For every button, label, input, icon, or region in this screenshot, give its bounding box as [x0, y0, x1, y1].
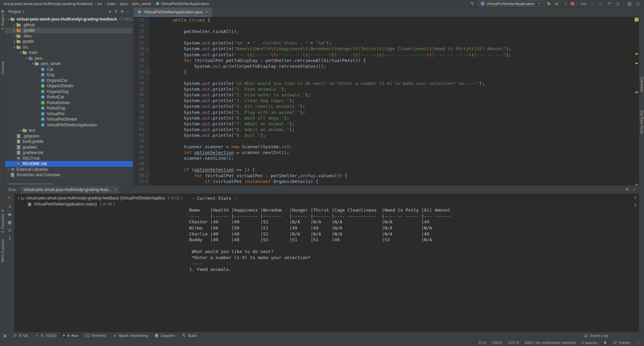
aws-credentials[interactable]: AWS: No credentials selected	[525, 341, 576, 345]
line-number[interactable]: 38	[134, 104, 149, 109]
tree-collapse-icon[interactable]: ▾	[19, 51, 23, 54]
toolwindow-button-zeppelin[interactable]: Zeppelin	[152, 333, 177, 338]
tree-row-virtualpetshelterapplication[interactable]: VirtualPetShelterApplication	[5, 122, 133, 128]
code-line[interactable]: System.out.println("1. Feed animals.");	[152, 87, 634, 92]
code-line[interactable]: System.out.println("3. Clean dog cages."…	[152, 98, 634, 104]
toolwindow-button-6-todo[interactable]: 6: TODO	[32, 333, 59, 338]
tree-row-gradle[interactable]: ▸.gradle	[5, 28, 133, 33]
code-line[interactable]: scanner.nextLine();	[152, 156, 634, 161]
history-icon[interactable]	[615, 1, 620, 6]
tree-row-readme-md[interactable]: README.md	[5, 161, 133, 167]
tree-row-virtual-pets-amok-java-hullkendyl-grading-feedback[interactable]: ▾virtual-pets-amok-java-HullKendyl-gradi…	[5, 17, 133, 22]
code-line[interactable]	[152, 23, 634, 29]
fold-marker-icon[interactable]	[146, 71, 148, 73]
breadcrumb-item[interactable]: main	[107, 2, 116, 6]
code-line[interactable]: while (true) {	[152, 18, 634, 23]
code-line[interactable]: System.out.println("4. Oil robotic anima…	[152, 104, 634, 109]
fold-marker-icon[interactable]	[146, 48, 148, 50]
hide-panel-icon[interactable]	[633, 187, 636, 192]
restore-layout-icon[interactable]	[7, 220, 13, 225]
project-panel-title[interactable]: Project	[8, 9, 21, 14]
soft-wrap-icon[interactable]	[634, 196, 636, 200]
code-line[interactable]	[152, 35, 634, 40]
inspections-indicator-icon[interactable]	[635, 18, 639, 22]
line-number[interactable]: 31	[134, 64, 149, 69]
code-line[interactable]: if (virtualPet instanceof OrganicDetails…	[152, 179, 634, 185]
code-line[interactable]: System.out.println("7. Adopt an animal."…	[152, 121, 634, 127]
code-line[interactable]: Scanner scanner = new Scanner(System.in)…	[152, 144, 634, 150]
line-number[interactable]: 24	[134, 23, 149, 29]
line-number[interactable]: 47	[134, 156, 149, 161]
pin-tab-icon[interactable]	[7, 228, 13, 233]
tree-row-robotdetails[interactable]: RobotDetails	[5, 100, 133, 106]
tree-expand-icon[interactable]: ▸	[19, 129, 23, 132]
code-line[interactable]: System.out.println("Name\t|Health\t|Happ…	[152, 46, 634, 52]
line-separator[interactable]: CRLF	[492, 341, 502, 345]
debug-button[interactable]	[554, 1, 559, 6]
tree-expand-icon[interactable]: ▸	[12, 40, 17, 43]
stripe-button-commit[interactable]: Commit	[0, 61, 5, 74]
console-output[interactable]: - Current Stats - Name |Health |Happines…	[186, 194, 639, 332]
gear-icon[interactable]	[625, 187, 629, 192]
line-number[interactable]: 43	[134, 133, 149, 138]
toolwindow-button-9-git[interactable]: 9: Git	[10, 333, 30, 338]
code-line[interactable]: System.out.println("9. Quit.");	[152, 133, 634, 138]
tree-row-robotdog[interactable]: RobotDog	[5, 105, 133, 111]
tree-row-gradlew[interactable]: gradlew	[5, 145, 133, 150]
hide-panel-icon[interactable]	[127, 9, 129, 14]
line-number[interactable]: 48	[134, 161, 149, 167]
code-line[interactable]: System.out.println("6. Walk all dogs.");	[152, 116, 634, 121]
chevron-down-icon[interactable]	[23, 10, 24, 13]
tree-row-organiccat[interactable]: OrganicCat	[5, 78, 133, 84]
run-config-select[interactable]: VirtualPetShelterApplication	[478, 1, 545, 7]
code-line[interactable]: System.out.println("5. Play with an anim…	[152, 110, 634, 116]
git-commit-icon[interactable]	[598, 1, 604, 6]
stripe-button-big-data-tools[interactable]: Big Data Tools	[639, 110, 644, 134]
line-number[interactable]: 36	[134, 92, 149, 98]
line-number[interactable]: 44	[134, 138, 149, 144]
toolwindow-button-event-log[interactable]: Event Log	[584, 334, 641, 338]
stripe-button-favorites[interactable]: 2: Favorites	[0, 209, 5, 233]
close-icon[interactable]	[206, 10, 208, 14]
code-line[interactable]: System.out.println("2. Give water to ani…	[152, 92, 634, 98]
tree-row-pets-amok[interactable]: ▾pets_amok	[5, 61, 133, 67]
editor-content[interactable]: 2324252627282930313233343536373839404142…	[134, 17, 639, 185]
scroll-to-end-icon[interactable]	[634, 203, 637, 208]
console-settings-icon[interactable]	[7, 212, 13, 217]
tree-row-virtualpetshelter[interactable]: VirtualPetShelter	[5, 117, 133, 122]
tree-row-dog[interactable]: Dog	[5, 72, 133, 78]
tree-row-src[interactable]: ▾src	[5, 44, 133, 50]
code-line[interactable]: }	[152, 69, 634, 75]
code-line[interactable]	[152, 75, 634, 81]
tree-row-github[interactable]: ▸.github	[5, 22, 133, 28]
gear-icon[interactable]	[120, 9, 124, 14]
build-hammer-icon[interactable]	[470, 1, 475, 6]
tree-expand-icon[interactable]: ▸	[12, 34, 17, 38]
run-tab[interactable]: virtual-pets-amok-java-HullKendyl-gradin…	[20, 186, 119, 194]
code-line[interactable]	[152, 161, 634, 167]
stop-button[interactable]	[7, 204, 13, 209]
line-number[interactable]: 25	[134, 29, 149, 35]
tree-row-gitignore[interactable]: .gitignore	[5, 133, 133, 139]
breadcrumb-item[interactable]: pets_amok	[132, 2, 151, 6]
tree-collapse-icon[interactable]: ▾	[6, 18, 10, 21]
scroll-to-end-icon[interactable]	[7, 236, 13, 241]
code-line[interactable]: for (VirtualPet petToDisplay : petShelte…	[152, 58, 634, 64]
tree-row-idea[interactable]: ▸.idea	[5, 33, 133, 39]
tree-row-help-md[interactable]: HELP.md	[5, 156, 133, 161]
line-number[interactable]: 42	[134, 127, 149, 133]
line-number[interactable]: 23	[134, 18, 149, 23]
code-line[interactable]: System.out.println("----\t|------\t|----…	[152, 52, 634, 58]
tree-row-organicdog[interactable]: OrganicDog	[5, 89, 133, 95]
line-number[interactable]: 45	[134, 144, 149, 150]
line-number[interactable]: 26	[134, 35, 149, 40]
error-stripe[interactable]	[634, 17, 639, 185]
code-line[interactable]: System.out.println("\n What would you li…	[152, 81, 634, 87]
code-line[interactable]: int optionSelection = scanner.nextInt();	[152, 150, 634, 156]
run-tree-row[interactable]: ▾virtual-pets-amok-java-HullKendyl-gradi…	[14, 195, 186, 201]
tree-row-build-gradle[interactable]: build.gradle	[5, 139, 133, 145]
code-line[interactable]: if (optionSelection == 1) {	[152, 167, 634, 173]
line-number[interactable]: 41	[134, 121, 149, 127]
tree-expand-icon[interactable]: ▸	[6, 168, 10, 171]
profiler-button[interactable]	[562, 1, 568, 6]
